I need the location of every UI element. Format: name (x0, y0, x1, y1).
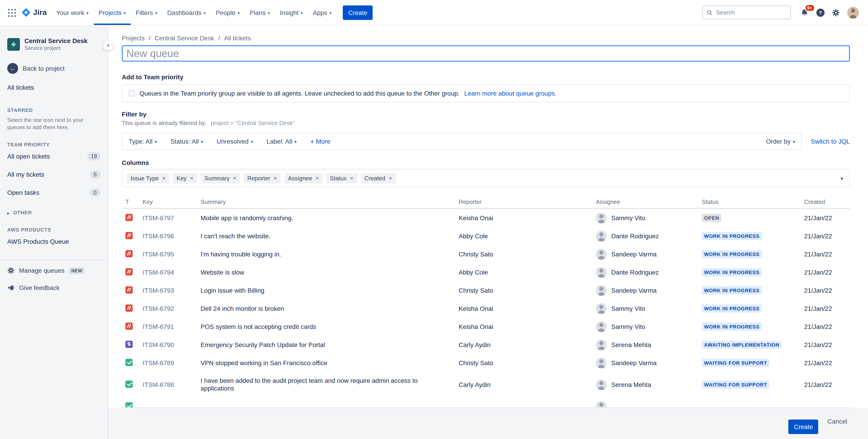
issue-summary-link[interactable]: I'm having trouble logging in. (200, 250, 459, 258)
remove-icon[interactable] (274, 175, 277, 181)
other-group-toggle[interactable]: OTHER (0, 209, 108, 216)
team-priority-checkbox[interactable] (129, 90, 135, 96)
sidebar-item-aws-products-queue[interactable]: AWS Products Queue (0, 232, 108, 251)
create-queue-button[interactable]: Create (788, 419, 818, 434)
sidebar-item-open-tasks[interactable]: Open tasks 0 (0, 183, 108, 202)
remove-icon[interactable] (233, 175, 236, 181)
table-row[interactable]: ITSM-6790 Emergency Security Patch Updat… (122, 336, 850, 354)
app-switcher-icon[interactable] (4, 5, 19, 20)
chip-label: Key (177, 175, 187, 181)
more-filters-button[interactable]: More (310, 138, 330, 145)
status-badge: WORK IN PROGRESS (702, 250, 762, 258)
label-filter-dropdown[interactable]: Label: All (267, 138, 297, 145)
issue-summary-link[interactable]: POS system is not accepting credit cards (200, 323, 459, 330)
table-row[interactable]: ITSM-6796 I can't reach the website. Abb… (122, 227, 850, 245)
column-chip-created[interactable]: Created (361, 173, 396, 183)
issue-summary-link[interactable]: VPN stopped working in San Francisco off… (200, 359, 459, 367)
jira-logo[interactable]: Jira (21, 0, 47, 25)
team-priority-heading: TEAM PRIORITY (0, 142, 108, 147)
type-filter-dropdown[interactable]: Type: All (129, 138, 157, 145)
column-chip-issue-type[interactable]: Issue Type (127, 173, 169, 183)
help-button[interactable] (814, 6, 827, 19)
issue-key-link[interactable]: ITSM-6793 (143, 287, 200, 294)
search-input[interactable] (715, 9, 786, 16)
issue-summary-link[interactable]: Emergency Security Patch Update for Port… (200, 341, 459, 349)
column-chip-status[interactable]: Status (326, 173, 357, 183)
nav-item-your-work[interactable]: Your work (52, 0, 94, 25)
nav-item-filters[interactable]: Filters (131, 0, 162, 25)
issue-key-link[interactable]: ITSM-6791 (143, 323, 200, 330)
back-to-project[interactable]: Back to project (0, 63, 108, 74)
switch-to-jql-link[interactable]: Switch to JQL (811, 138, 850, 145)
issue-key-link[interactable]: ITSM-6795 (143, 251, 200, 258)
table-row[interactable]: ITSM-6797 Mobile app is randomly crashin… (122, 209, 850, 227)
issue-summary-link[interactable]: Website is slow (200, 268, 459, 276)
sidebar-item-all-open-tickets[interactable]: All open tickets 19 (0, 147, 108, 165)
issue-key-link[interactable]: ITSM-6794 (143, 269, 200, 276)
queue-groups-link[interactable]: Learn more about queue groups. (464, 90, 556, 97)
column-chip-assignee[interactable]: Assignee (284, 173, 322, 183)
resolution-filter-dropdown[interactable]: Unresolved (217, 138, 253, 145)
table-row[interactable]: ITSM-6788 I have been added to the audit… (122, 372, 850, 397)
columns-select[interactable]: Issue Type Key Summary Reporter Assignee… (122, 169, 850, 187)
issue-key-link[interactable]: ITSM-6788 (143, 381, 200, 388)
remove-icon[interactable] (350, 175, 353, 181)
breadcrumb-all-tickets[interactable]: All tickets (214, 34, 251, 42)
column-chip-summary[interactable]: Summary (201, 173, 240, 183)
give-feedback-button[interactable]: Give feedback (0, 279, 108, 296)
nav-item-dashboards[interactable]: Dashboards (162, 0, 211, 25)
status-filter-dropdown[interactable]: Status: All (170, 138, 203, 145)
issue-summary-link[interactable]: Dell 24 inch monitor is broken (200, 305, 459, 312)
issue-summary-link[interactable]: Login issue with Billing (200, 287, 459, 294)
cancel-button[interactable]: Cancel (825, 414, 850, 429)
columns-heading: Columns (122, 159, 850, 166)
remove-icon[interactable] (389, 175, 392, 181)
table-row[interactable]: ITSM-6789 VPN stopped working in San Fra… (122, 354, 850, 372)
issue-key-link[interactable]: ITSM-6790 (143, 341, 200, 348)
column-chip-key[interactable]: Key (173, 173, 197, 183)
chevron-down-icon (121, 9, 126, 16)
profile-avatar[interactable] (844, 4, 862, 21)
search-box[interactable] (702, 5, 791, 20)
table-row[interactable]: ITSM-6792 Dell 24 inch monitor is broken… (122, 299, 850, 318)
global-create-button[interactable]: Create (343, 5, 373, 20)
manage-queues-button[interactable]: Manage queues NEW (0, 262, 108, 279)
settings-button[interactable] (829, 6, 843, 19)
issue-key-link[interactable]: ITSM-6796 (143, 232, 200, 240)
remove-icon[interactable] (162, 175, 165, 181)
table-row[interactable]: ITSM-6791 POS system is not accepting cr… (122, 318, 850, 336)
sidebar-item-all-tickets[interactable]: All tickets (0, 78, 108, 96)
order-by-dropdown[interactable]: Order by (766, 138, 795, 145)
issue-key-link[interactable]: ITSM-6789 (143, 359, 200, 367)
back-arrow-icon (7, 63, 18, 74)
nav-item-people[interactable]: People (211, 0, 245, 25)
issue-summary-link[interactable]: I can't reach the website. (200, 232, 459, 240)
issue-summary-link[interactable]: Mobile app is randomly crashing. (200, 214, 459, 222)
breadcrumb-projects[interactable]: Projects (122, 34, 145, 42)
remove-icon[interactable] (190, 175, 193, 181)
remove-icon[interactable] (315, 175, 319, 181)
queue-name-input[interactable] (122, 45, 850, 62)
breadcrumb-central-service-desk[interactable]: Central Service Desk (145, 34, 214, 42)
sidebar-item-all-my-tickets[interactable]: All my tickets 5 (0, 165, 108, 183)
table-row[interactable]: ITSM-6794 Website is slow Abby Cole Dant… (122, 263, 850, 281)
table-row-partial[interactable] (122, 397, 850, 408)
nav-item-projects[interactable]: Projects (93, 0, 131, 25)
reporter-name: Keisha Onai (459, 214, 596, 222)
starred-heading: STARRED (0, 107, 108, 113)
chevron-down-icon[interactable] (841, 174, 843, 182)
issue-summary-link[interactable]: I have been added to the audit project t… (200, 377, 459, 392)
nav-item-insight[interactable]: Insight (275, 0, 308, 25)
issue-key-link[interactable]: ITSM-6797 (143, 214, 200, 222)
table-row[interactable]: ITSM-6793 Login issue with Billing Chris… (122, 281, 850, 299)
nav-item-plans[interactable]: Plans (245, 0, 275, 25)
nav-item-label: Projects (98, 9, 121, 16)
notifications-button[interactable]: 9+ (797, 5, 812, 20)
assignee-name: Sammy Vito (611, 323, 645, 330)
sidebar-collapse-button[interactable] (103, 40, 114, 51)
nav-item-apps[interactable]: Apps (308, 0, 337, 25)
column-chip-reporter[interactable]: Reporter (244, 173, 281, 183)
issue-key-link[interactable]: ITSM-6792 (143, 305, 200, 312)
table-row[interactable]: ITSM-6795 I'm having trouble logging in.… (122, 245, 850, 263)
filter-label: Label: All (267, 138, 292, 145)
